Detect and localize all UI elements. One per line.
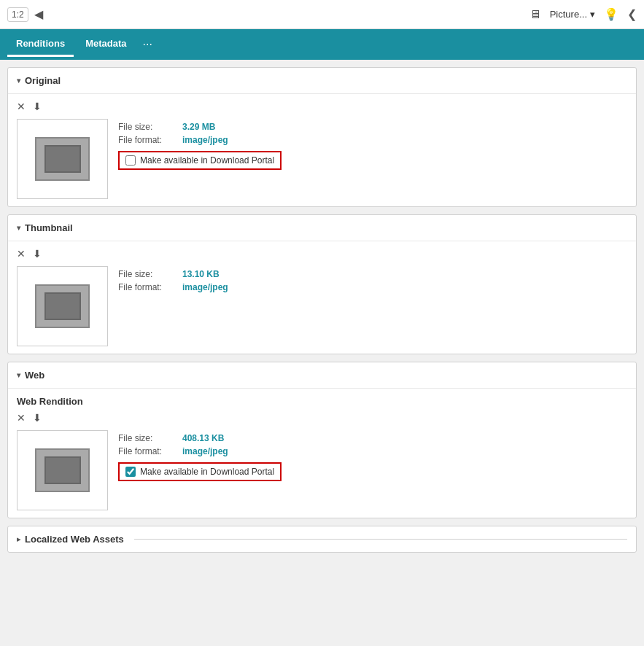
back-icon[interactable]: ❮ (627, 7, 637, 21)
top-bar-left: 1:2 ◀ (7, 7, 43, 22)
web-filesize-value: 408.13 KB (182, 433, 224, 443)
web-checkbox-label: Make available in Download Portal (140, 467, 274, 477)
web-fileformat-row: File format: image/jpeg (118, 446, 282, 456)
web-section-body: Web Rendition ✕ ⬇ File size: 408.13 KB (8, 389, 636, 518)
localized-chevron-icon: ▸ (17, 535, 20, 543)
thumbnail-thumbnail (17, 266, 108, 346)
picture-text: Picture... (550, 9, 587, 20)
original-thumbnail-inner (35, 137, 90, 181)
web-fileformat-label: File format: (118, 446, 176, 456)
original-filesize-row: File size: 3.29 MB (118, 122, 282, 132)
web-thumbnail (17, 430, 108, 510)
content-area: ▾ Original ✕ ⬇ File size: 3.29 MB (0, 60, 644, 646)
chevron-down-icon: ▾ (590, 9, 595, 20)
localized-title: Localized Web Assets (25, 534, 124, 545)
web-sub-title: Web Rendition (17, 396, 627, 407)
original-close-icon[interactable]: ✕ (17, 101, 26, 112)
thumbnail-fileformat-row: File format: image/jpeg (118, 282, 228, 292)
web-thumbnail-inner (35, 448, 90, 492)
thumbnail-thumbnail-screen (44, 292, 81, 320)
web-section: ▾ Web Web Rendition ✕ ⬇ File size: 408.1… (7, 362, 637, 518)
original-section: ▾ Original ✕ ⬇ File size: 3.29 MB (7, 67, 637, 207)
thumbnail-fileformat-label: File format: (118, 282, 176, 292)
web-thumbnail-screen (44, 456, 81, 484)
original-download-portal-checkbox[interactable] (125, 155, 136, 166)
picture-label[interactable]: Picture... ▾ (550, 9, 595, 20)
tab-more[interactable]: ··· (139, 35, 157, 54)
localized-section-header[interactable]: ▸ Localized Web Assets (8, 526, 636, 552)
localized-section: ▸ Localized Web Assets (7, 526, 637, 553)
thumbnail-section-header[interactable]: ▾ Thumbnail (8, 215, 636, 241)
web-close-icon[interactable]: ✕ (17, 413, 26, 423)
tab-renditions[interactable]: Renditions (7, 32, 74, 57)
web-filesize-row: File size: 408.13 KB (118, 433, 282, 443)
original-checkbox-label: Make available in Download Portal (140, 155, 274, 166)
original-section-header[interactable]: ▾ Original (8, 68, 636, 94)
thumbnail-chevron-icon: ▾ (17, 224, 20, 232)
web-fileformat-value: image/jpeg (182, 446, 228, 456)
tab-bar: Renditions Metadata ··· (0, 29, 644, 60)
web-rendition-item: File size: 408.13 KB File format: image/… (17, 430, 627, 510)
original-thumbnail-screen (44, 145, 81, 173)
top-bar: 1:2 ◀ 🖥 Picture... ▾ 💡 ❮ (0, 0, 644, 29)
original-fileformat-row: File format: image/jpeg (118, 135, 282, 145)
thumbnail-download-icon[interactable]: ⬇ (33, 249, 42, 259)
web-action-row: ✕ ⬇ (17, 413, 627, 423)
thumbnail-rendition-item: File size: 13.10 KB File format: image/j… (17, 266, 627, 346)
thumbnail-title: Thumbnail (25, 222, 73, 233)
original-filesize-label: File size: (118, 122, 176, 132)
web-file-info: File size: 408.13 KB File format: image/… (118, 430, 282, 481)
monitor-icon: 🖥 (529, 8, 541, 21)
thumbnail-filesize-row: File size: 13.10 KB (118, 269, 228, 279)
page-indicator: 1:2 (7, 7, 28, 22)
original-checkbox-row: Make available in Download Portal (118, 151, 282, 170)
lightbulb-icon[interactable]: 💡 (604, 7, 618, 21)
web-section-header[interactable]: ▾ Web (8, 362, 636, 389)
original-file-info: File size: 3.29 MB File format: image/jp… (118, 119, 282, 170)
thumbnail-filesize-label: File size: (118, 269, 176, 279)
tab-metadata[interactable]: Metadata (77, 32, 135, 57)
web-filesize-label: File size: (118, 433, 176, 443)
nav-back-icon[interactable]: ◀ (34, 7, 43, 21)
original-section-body: ✕ ⬇ File size: 3.29 MB File format: (8, 94, 636, 206)
web-download-icon[interactable]: ⬇ (33, 413, 42, 423)
top-bar-right: 🖥 Picture... ▾ 💡 ❮ (529, 7, 637, 21)
original-fileformat-value: image/jpeg (182, 135, 228, 145)
original-chevron-icon: ▾ (17, 77, 20, 85)
web-download-portal-checkbox[interactable] (125, 467, 136, 477)
thumbnail-filesize-value: 13.10 KB (182, 269, 220, 279)
localized-divider (134, 539, 627, 540)
original-action-row: ✕ ⬇ (17, 101, 627, 112)
thumbnail-section: ▾ Thumbnail ✕ ⬇ File size: 13.10 KB (7, 214, 637, 354)
web-chevron-icon: ▾ (17, 371, 20, 379)
original-fileformat-label: File format: (118, 135, 176, 145)
original-filesize-value: 3.29 MB (182, 122, 215, 132)
original-title: Original (25, 75, 61, 86)
thumbnail-action-row: ✕ ⬇ (17, 249, 627, 259)
thumbnail-thumbnail-inner (35, 284, 90, 328)
thumbnail-fileformat-value: image/jpeg (182, 282, 228, 292)
thumbnail-close-icon[interactable]: ✕ (17, 249, 26, 259)
original-rendition-item: File size: 3.29 MB File format: image/jp… (17, 119, 627, 199)
thumbnail-section-body: ✕ ⬇ File size: 13.10 KB File format: (8, 241, 636, 354)
web-title: Web (25, 370, 44, 381)
thumbnail-file-info: File size: 13.10 KB File format: image/j… (118, 266, 228, 292)
web-checkbox-row: Make available in Download Portal (118, 462, 282, 481)
original-download-icon[interactable]: ⬇ (33, 101, 42, 112)
original-thumbnail (17, 119, 108, 199)
